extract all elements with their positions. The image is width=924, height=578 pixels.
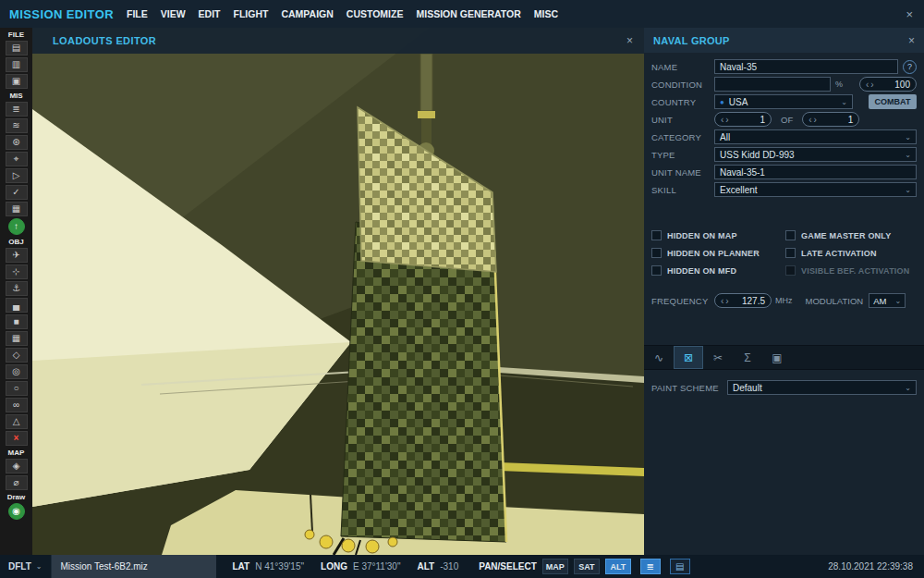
unit-of-spinner[interactable]: ‹ › 1 — [802, 112, 859, 127]
menu-customize[interactable]: CUSTOMIZE — [346, 8, 404, 19]
measure-distance-button[interactable]: ⌀ — [6, 475, 28, 490]
scale-toggle-icon[interactable]: ≣ — [640, 559, 661, 574]
hidden-on-mfd-checkbox[interactable]: HIDDEN ON MFD — [651, 264, 736, 277]
generator-button[interactable]: ▦ — [6, 202, 28, 216]
menu-misc[interactable]: MISC — [534, 8, 558, 19]
fly-mission-button[interactable]: ↑ — [8, 218, 25, 235]
skill-label: SKILL — [651, 185, 714, 195]
game-master-only-checkbox[interactable]: GAME MASTER ONLY — [785, 229, 891, 241]
country-label: COUNTRY — [651, 97, 714, 107]
help-button[interactable]: ? — [903, 60, 917, 74]
menubar: FILE VIEW EDIT FLIGHT CAMPAIGN CUSTOMIZE… — [127, 8, 558, 19]
menu-view[interactable]: VIEW — [161, 8, 186, 19]
loadouts-editor-header: LOADOUTS EDITOR × — [32, 28, 644, 54]
3d-viewport[interactable] — [32, 28, 644, 555]
spinner-decrement-icon[interactable]: ‹ — [721, 296, 723, 306]
open-mission-button[interactable]: ▥ — [6, 57, 28, 72]
tab-summary[interactable]: Σ — [733, 346, 762, 369]
paint-scheme-dropdown[interactable]: Default ⌄ — [727, 380, 917, 395]
triggers-button[interactable]: ⌖ — [6, 152, 28, 166]
spinner-increment-icon[interactable]: › — [814, 115, 817, 125]
paint-scheme-value: Default — [733, 383, 762, 393]
country-dropdown[interactable]: ● USA ⌄ — [714, 94, 853, 109]
chevron-down-icon: ⌄ — [901, 133, 911, 141]
top-menu-bar: MISSION EDITOR FILE VIEW EDIT FLIGHT CAM… — [0, 0, 924, 28]
tab-route[interactable]: ∿ — [644, 346, 674, 369]
save-mission-button[interactable]: ▣ — [6, 74, 28, 89]
map-layer-button[interactable]: MAP — [542, 559, 568, 574]
add-aircraft-button[interactable]: ✈ — [6, 248, 28, 263]
hidden-on-map-checkbox[interactable]: HIDDEN ON MAP — [651, 229, 737, 241]
delete-object-button[interactable]: × — [6, 431, 28, 446]
spinner-decrement-icon[interactable]: ‹ — [808, 115, 811, 125]
late-activation-checkbox[interactable]: LATE ACTIVATION — [785, 247, 877, 259]
paint-scheme-row: PAINT SCHEME Default ⌄ — [651, 380, 917, 395]
unit-name-input[interactable] — [714, 165, 917, 179]
goals-button[interactable]: ▷ — [6, 168, 28, 183]
checkbox-icon[interactable] — [651, 248, 662, 258]
frequency-unit-label: MHz — [775, 296, 793, 305]
skill-dropdown[interactable]: Excellent ⌄ — [714, 182, 917, 197]
chevron-down-icon: ⌄ — [36, 562, 43, 571]
add-ship-button[interactable]: ⚓ — [6, 281, 28, 296]
briefing-button[interactable]: ≣ — [6, 102, 28, 117]
add-trigger-zone-button[interactable]: ◎ — [6, 364, 28, 379]
unit-name-label: UNIT NAME — [651, 167, 714, 178]
add-sequence-button[interactable]: ∞ — [6, 398, 28, 412]
spinner-increment-icon[interactable]: › — [870, 80, 873, 90]
menu-mission-generator[interactable]: MISSION GENERATOR — [416, 8, 520, 19]
sat-layer-button[interactable]: SAT — [574, 559, 600, 574]
tab-payload[interactable]: ✂ — [703, 346, 733, 369]
new-mission-button[interactable]: ▤ — [6, 41, 28, 55]
spinner-decrement-icon[interactable]: ‹ — [721, 115, 723, 125]
unit-count-spinner[interactable]: ‹ › 1 — [714, 112, 772, 127]
combat-button[interactable]: COMBAT — [869, 94, 917, 109]
loadouts-close-icon[interactable]: × — [626, 34, 644, 47]
about-button[interactable]: ◉ — [8, 503, 25, 520]
unit-name-row: UNIT NAME — [651, 165, 917, 179]
coord-format-dropdown[interactable]: DFLT ⌄ — [0, 555, 52, 578]
menu-flight[interactable]: FLIGHT — [234, 8, 269, 19]
checkbox-icon[interactable] — [651, 265, 662, 276]
map-layers-button[interactable]: ◈ — [6, 459, 28, 473]
menu-file[interactable]: FILE — [127, 8, 148, 19]
condition-input[interactable] — [714, 77, 831, 92]
add-initial-point-button[interactable]: ◇ — [6, 348, 28, 363]
menu-campaign[interactable]: CAMPAIGN — [281, 8, 333, 19]
tab-cargo[interactable]: ▣ — [762, 346, 792, 369]
naval-group-close-icon[interactable]: × — [908, 34, 924, 47]
category-dropdown[interactable]: All ⌄ — [714, 129, 917, 144]
spinner-decrement-icon[interactable]: ‹ — [866, 80, 869, 90]
add-vehicle-button[interactable]: ▄ — [6, 298, 28, 313]
mission-check-button[interactable]: ✓ — [6, 185, 28, 200]
hidden-on-planner-checkbox[interactable]: HIDDEN ON PLANNER — [651, 247, 760, 259]
tab-attack[interactable]: ⊠ — [674, 346, 703, 369]
add-template-button[interactable]: ▦ — [6, 331, 28, 346]
type-dropdown[interactable]: USS Kidd DD-993 ⌄ — [714, 147, 917, 162]
of-label: OF — [781, 115, 793, 125]
alt-layer-button[interactable]: ALT — [605, 559, 631, 574]
add-circle-zone-button[interactable]: ○ — [6, 381, 28, 396]
checkbox-icon[interactable] — [785, 230, 796, 240]
naval-group-title: NAVAL GROUP — [644, 35, 730, 46]
weather-button[interactable]: ≋ — [6, 118, 28, 133]
menu-edit[interactable]: EDIT — [199, 8, 221, 19]
chevron-down-icon: ⌄ — [901, 186, 911, 194]
spinner-increment-icon[interactable]: › — [725, 296, 728, 306]
spinner-increment-icon[interactable]: › — [725, 115, 728, 125]
window-close-icon[interactable]: × — [894, 7, 924, 21]
type-label: TYPE — [651, 150, 714, 160]
name-input[interactable] — [714, 59, 898, 74]
frequency-spinner[interactable]: ‹ › 127.5 — [714, 293, 772, 308]
unit-panel-tabs: ∿ ⊠ ✂ Σ ▣ — [644, 345, 924, 370]
options-button[interactable]: ⊛ — [6, 135, 28, 150]
add-static-object-button[interactable]: ■ — [6, 314, 28, 329]
add-shape-button[interactable]: △ — [6, 414, 28, 429]
visible-before-activation-checkbox: VISIBLE BEF. ACTIVATION — [785, 264, 909, 277]
condition-spinner[interactable]: ‹ › 100 — [859, 77, 917, 92]
modulation-dropdown[interactable]: AM ⌄ — [869, 293, 906, 308]
checkbox-icon[interactable] — [785, 248, 796, 258]
checkbox-icon[interactable] — [651, 230, 662, 240]
panel-toggle-icon[interactable]: ▤ — [670, 559, 690, 574]
add-helicopter-button[interactable]: ⊹ — [6, 264, 28, 279]
